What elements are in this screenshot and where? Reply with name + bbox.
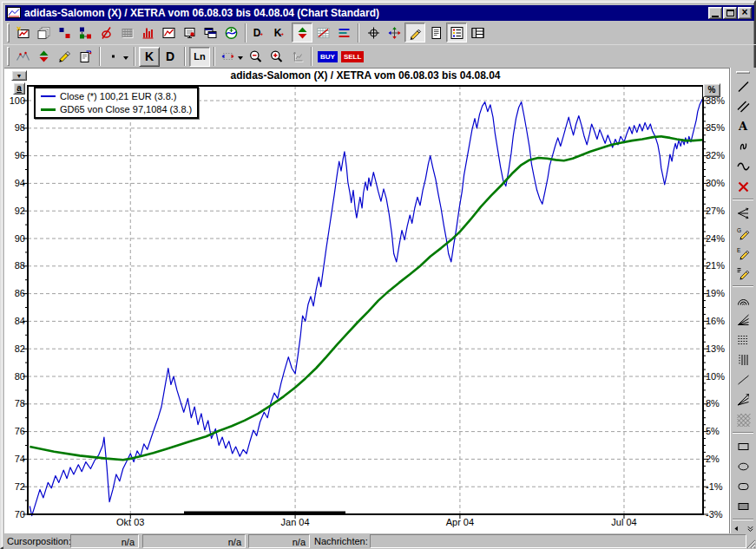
chart-globe-icon bbox=[224, 26, 239, 40]
fibonacci-fan-button[interactable] bbox=[733, 310, 754, 330]
triangles-icon bbox=[36, 49, 51, 63]
buy-button[interactable]: BUY bbox=[316, 47, 339, 67]
more-tools-button[interactable] bbox=[745, 523, 756, 533]
red-arrow-icon bbox=[259, 26, 267, 40]
ellipse-tool-button[interactable] bbox=[733, 456, 754, 476]
x-axis-label: Apr 04 bbox=[432, 517, 488, 527]
range-indicator[interactable] bbox=[184, 512, 345, 515]
rounded-rect-tool-button[interactable] bbox=[733, 476, 754, 496]
layout-button[interactable] bbox=[467, 23, 488, 42]
fibonacci-arcs-button[interactable] bbox=[733, 290, 754, 310]
red-arrow-icon bbox=[279, 26, 288, 40]
chart-toolbar: KDLnBUYSELL bbox=[3, 44, 756, 68]
line-icon bbox=[736, 80, 751, 94]
y-axis-left-label: 82 bbox=[4, 343, 25, 354]
pane-dropdown-button[interactable]: ▼ bbox=[11, 70, 27, 81]
fibonacci-retracement-button[interactable] bbox=[733, 330, 754, 350]
axis-settings-button bbox=[286, 47, 307, 67]
flow-icon bbox=[78, 26, 93, 40]
protocol-button[interactable] bbox=[425, 23, 446, 42]
depot-chart-button-label: D bbox=[162, 49, 178, 63]
y-axis-left-label: 76 bbox=[4, 426, 25, 436]
time-zones-button[interactable] bbox=[733, 350, 754, 369]
deactivate-draw-button[interactable] bbox=[95, 23, 116, 42]
update-data-button[interactable] bbox=[220, 23, 241, 42]
chart-properties-button[interactable] bbox=[75, 47, 95, 67]
document-lines-icon bbox=[429, 26, 444, 40]
signals-button[interactable] bbox=[33, 47, 54, 67]
measure-tool-button[interactable] bbox=[733, 263, 754, 283]
wave-icon bbox=[736, 160, 751, 173]
move-mode-button[interactable] bbox=[384, 23, 404, 42]
channel-arrows-icon bbox=[736, 206, 751, 220]
delete-drawings-button[interactable] bbox=[733, 176, 754, 196]
symbol-compare-button[interactable] bbox=[54, 23, 75, 42]
diagonal-line-button[interactable] bbox=[733, 369, 754, 389]
annotate-button[interactable] bbox=[54, 47, 75, 67]
width-arrows-icon bbox=[220, 49, 235, 63]
sell-button[interactable]: SELL bbox=[339, 47, 365, 67]
line-style-button[interactable] bbox=[104, 47, 130, 67]
resize-grip[interactable] bbox=[745, 538, 756, 549]
minimize-button[interactable] bbox=[708, 7, 722, 19]
crosshair-button[interactable] bbox=[363, 23, 384, 42]
weekly-period-button[interactable]: K bbox=[271, 23, 292, 42]
log-scale-button[interactable]: Ln bbox=[189, 47, 210, 67]
maximize-button[interactable] bbox=[723, 7, 737, 19]
trend-line-button[interactable] bbox=[733, 76, 754, 96]
y-axis-right-label: -3% bbox=[706, 509, 723, 520]
new-chart-button[interactable] bbox=[12, 23, 33, 42]
double-chevron-down-icon bbox=[746, 524, 755, 533]
filled-rect-tool-button[interactable] bbox=[733, 496, 754, 516]
volume-chart-button[interactable] bbox=[137, 23, 158, 42]
maximize-icon bbox=[726, 10, 734, 16]
new-chart-icon bbox=[16, 26, 30, 40]
rectangle-tool-button[interactable] bbox=[733, 436, 754, 456]
legend-line-swatch bbox=[41, 95, 56, 97]
legend-line-swatch bbox=[41, 108, 56, 111]
scroll-tools-left-button[interactable] bbox=[731, 523, 742, 533]
regression-channel-button[interactable] bbox=[733, 203, 754, 223]
curve-tool-button[interactable] bbox=[733, 136, 754, 156]
wave-tool-button[interactable] bbox=[733, 156, 754, 176]
toolbar-separator bbox=[733, 199, 753, 200]
text-tool-button[interactable]: A bbox=[733, 116, 754, 136]
cursor-field-3: n/a bbox=[248, 534, 310, 548]
sell-button-label: SELL bbox=[341, 51, 364, 62]
cascade-windows-button[interactable] bbox=[200, 23, 220, 42]
speed-lines-button[interactable] bbox=[733, 389, 754, 409]
zoom-in-button[interactable] bbox=[266, 47, 286, 67]
watchlist-button[interactable] bbox=[446, 23, 467, 42]
presentation-icon bbox=[182, 26, 197, 40]
portfolio-button[interactable] bbox=[75, 23, 95, 42]
draw-pencil-button[interactable] bbox=[404, 23, 425, 42]
axis-auto-button[interactable]: a bbox=[13, 82, 25, 95]
y-axis-left-label: 92 bbox=[4, 206, 25, 216]
line-chart-button[interactable] bbox=[158, 23, 179, 42]
vertical-lines-icon bbox=[736, 353, 751, 367]
signal-triangles-button[interactable] bbox=[292, 23, 312, 42]
cursor-field-1: n/a bbox=[70, 534, 139, 548]
depot-chart-button[interactable]: D bbox=[160, 47, 181, 67]
news-board-button[interactable] bbox=[179, 23, 200, 42]
price-chart[interactable] bbox=[4, 69, 729, 534]
kurs-chart-button[interactable]: K bbox=[139, 47, 160, 67]
parallel-channel-button[interactable] bbox=[733, 96, 754, 116]
gann-tool-button[interactable]: G bbox=[733, 223, 754, 243]
grid-overlay-button[interactable] bbox=[733, 409, 754, 429]
y-axis-left-label: 98 bbox=[4, 122, 25, 133]
crosshair-icon bbox=[366, 26, 381, 40]
zoom-out-button[interactable] bbox=[245, 47, 266, 67]
horizontal-scale-button[interactable] bbox=[219, 47, 245, 67]
title-bar[interactable]: adidas-Salomon (X) / XETRA vom 06.08.03 … bbox=[5, 5, 754, 21]
daily-period-button[interactable]: D bbox=[250, 23, 271, 42]
grid-chart-button[interactable] bbox=[312, 23, 333, 42]
indicator-button[interactable] bbox=[12, 47, 33, 67]
y-axis-right-label: 19% bbox=[706, 288, 725, 298]
close-button[interactable]: × bbox=[738, 7, 752, 19]
elliott-tool-button[interactable]: E bbox=[733, 243, 754, 263]
chart-pages-button[interactable] bbox=[33, 23, 54, 42]
svg-text:G: G bbox=[737, 226, 741, 232]
highlighter-icon bbox=[57, 49, 72, 63]
support-lines-button[interactable] bbox=[333, 23, 354, 42]
